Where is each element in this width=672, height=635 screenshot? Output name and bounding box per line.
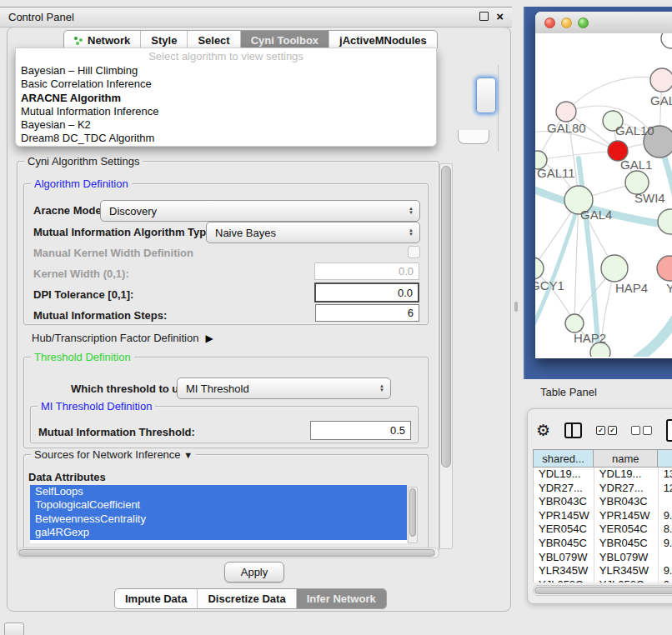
table-row[interactable]: YLR345WYLR345W9.: [534, 564, 672, 578]
table-header: shared...nameA: [533, 449, 672, 468]
network-node[interactable]: [658, 209, 672, 234]
tab-discretize-data[interactable]: Discretize Data: [197, 589, 295, 608]
dropdown-item-aracne-algorithm[interactable]: ARACNE Algorithm: [16, 92, 436, 105]
tab-infer-network[interactable]: Infer Network: [296, 589, 386, 608]
tab-label: Discretize Data: [208, 592, 285, 605]
float-panel-icon[interactable]: [479, 12, 489, 21]
spinner-icon: ▲▼: [409, 207, 414, 215]
threshold-definition-title: Threshold Definition: [31, 351, 134, 363]
attribute-item-gal4rgexp[interactable]: gal4RGexp: [30, 526, 407, 539]
close-window-button[interactable]: [544, 18, 555, 28]
node-label: SWI4: [634, 191, 665, 205]
column-header-a[interactable]: A: [658, 449, 672, 468]
table-cell: YER054C: [594, 522, 659, 537]
table-row[interactable]: YDL19...YDL19...13: [534, 468, 672, 482]
hub-definition-toggle[interactable]: Hub/Transcription Factor Definition ▶: [32, 332, 213, 344]
table-toolbar: ⚙ ✓ ✓: [536, 419, 672, 442]
table-row[interactable]: YJL052CYJL052C0.: [534, 578, 672, 582]
table-panel: ⚙ ✓ ✓ shared...nameA YDL19...YDL19...13Y…: [527, 408, 672, 604]
table-cell: YJL052C: [534, 578, 594, 582]
table-row[interactable]: YDR27...YDR27...12: [534, 482, 672, 496]
network-canvas[interactable]: GALGAL80GAL10GAL1GAL11SWI4GAL4GCY1HAP4YH…: [535, 33, 672, 357]
node-label: GAL11: [537, 166, 575, 180]
network-node[interactable]: [601, 255, 628, 282]
sources-group-title: Sources for Network Inference ▼: [31, 448, 196, 461]
network-window-titlebar[interactable]: [535, 12, 672, 34]
column-header-name[interactable]: name: [594, 449, 658, 468]
attribute-item-topologicalcoefficient[interactable]: TopologicalCoefficient: [30, 498, 407, 512]
dropdown-item-mutual-information-inference[interactable]: Mutual Information Inference: [16, 105, 436, 118]
zoom-window-button[interactable]: [578, 18, 589, 28]
apply-button[interactable]: Apply: [224, 562, 284, 582]
tab-label: Infer Network: [307, 592, 376, 605]
settings-vscrollbar-thumb[interactable]: [441, 166, 451, 468]
table-row[interactable]: YBR043CYBR043C: [534, 495, 672, 509]
table-cell: YDL19...: [534, 468, 594, 482]
tab-label: Impute Data: [125, 592, 187, 605]
table-cell: YBR043C: [534, 495, 594, 509]
network-node[interactable]: [535, 258, 544, 279]
dropdown-item-bayesian-k2[interactable]: Bayesian – K2: [16, 118, 436, 132]
minimized-panel-button[interactable]: [4, 622, 24, 635]
dpi-tolerance-field[interactable]: 0.0: [314, 282, 419, 302]
aracne-mode-combo[interactable]: Discovery ▲▼: [100, 200, 420, 222]
table-cell: [659, 551, 672, 565]
node-label: Y: [666, 281, 672, 295]
table-cell: YBR045C: [594, 537, 659, 551]
attribute-item-selfloops[interactable]: SelfLoops: [30, 485, 407, 498]
columns-icon[interactable]: [564, 422, 582, 438]
dropdown-item-dream8-dc-tdc-algorithm[interactable]: Dream8 DC_TDC Algorithm: [16, 132, 436, 145]
network-node[interactable]: [661, 33, 672, 48]
mi-threshold-field[interactable]: 0.5: [310, 421, 411, 440]
select-all-columns-icon[interactable]: ✓ ✓: [596, 426, 617, 435]
mi-threshold-group-title: MI Threshold Definition: [38, 400, 155, 412]
table-hscrollbar-thumb[interactable]: [534, 587, 672, 594]
dpi-tolerance-label: DPI Tolerance [0,1]:: [33, 288, 133, 301]
table-cell: 9.: [659, 537, 672, 551]
algorithm-definition-title: Algorithm Definition: [31, 178, 132, 190]
dropdown-item-bayesian-hill-climbing[interactable]: Bayesian – Hill Climbing: [16, 64, 436, 78]
attr-list-vscrollbar[interactable]: [408, 487, 418, 543]
table-row[interactable]: YER054CYER054C8.: [534, 522, 672, 537]
dropdown-item-basic-correlation-inference[interactable]: Basic Correlation Inference: [16, 78, 436, 91]
mi-steps-field[interactable]: 6: [315, 304, 419, 322]
which-threshold-label: Which threshold to use:: [71, 382, 194, 395]
mi-type-combo[interactable]: Naive Bayes ▲▼: [206, 222, 420, 243]
network-node[interactable]: [650, 68, 672, 92]
settings-hscrollbar[interactable]: [17, 548, 439, 558]
splitter-handle[interactable]: [514, 302, 518, 312]
network-node[interactable]: [657, 256, 672, 281]
kernel-width-label: Kernel Width (0,1):: [33, 268, 129, 280]
app-screen: Control Panel × NetworkStyleSelectCyni T…: [0, 0, 672, 635]
attribute-item-betweennesscentrality[interactable]: BetweennessCentrality: [30, 512, 407, 526]
settings-vscrollbar[interactable]: [439, 163, 453, 549]
deselect-all-columns-icon[interactable]: [631, 426, 652, 435]
network-icon: [74, 36, 83, 45]
table-row[interactable]: YPR145WYPR145W9.: [534, 509, 672, 523]
algorithm-dropdown-list: Select algorithm to view settings Bayesi…: [15, 48, 437, 147]
table-row[interactable]: YBR045CYBR045C9.: [534, 537, 672, 551]
focused-combo-fragment[interactable]: [476, 78, 496, 113]
minimize-window-button[interactable]: [561, 18, 572, 28]
attr-list-vscrollbar-thumb[interactable]: [409, 488, 416, 537]
network-node[interactable]: [565, 314, 584, 332]
table-mode-icon[interactable]: [666, 419, 672, 442]
tab-impute-data[interactable]: Impute Data: [115, 589, 197, 608]
tab-label: jActiveMNodules: [339, 34, 427, 47]
manual-kernel-checkbox[interactable]: [408, 246, 420, 258]
dropdown-prompt: Select algorithm to view settings: [16, 50, 436, 64]
which-threshold-value: MI Threshold: [186, 382, 379, 395]
which-threshold-combo[interactable]: MI Threshold ▲▼: [177, 378, 391, 399]
table-row[interactable]: YBL079WYBL079W: [534, 551, 672, 565]
node-label: GAL80: [547, 121, 586, 135]
close-panel-icon[interactable]: ×: [496, 11, 504, 22]
settings-hscrollbar-thumb[interactable]: [18, 549, 435, 557]
column-header-shared-[interactable]: shared...: [533, 449, 594, 468]
kernel-width-field[interactable]: 0.0: [314, 262, 419, 280]
table-hscrollbar[interactable]: [533, 585, 672, 596]
gear-icon[interactable]: ⚙: [536, 422, 550, 439]
node-table: shared...nameA YDL19...YDL19...13YDR27..…: [533, 449, 672, 582]
collapse-down-icon[interactable]: ▼: [183, 450, 193, 460]
network-node[interactable]: [556, 102, 576, 122]
node-label: GAL4: [580, 208, 612, 222]
